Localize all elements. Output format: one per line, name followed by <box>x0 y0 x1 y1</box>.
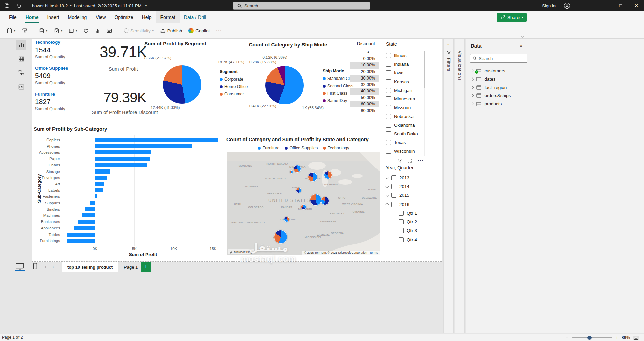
sign-in-link[interactable]: Sign in <box>542 0 556 11</box>
previous-page-icon[interactable]: ‹ <box>45 264 46 269</box>
shipmode-pie[interactable] <box>265 66 304 104</box>
transform-data-button[interactable]: ▾ <box>66 25 80 37</box>
state-option-oklahoma[interactable]: Oklahoma <box>384 121 426 129</box>
bar-machines[interactable] <box>82 213 95 217</box>
text-box-button[interactable] <box>104 25 115 37</box>
bar-accessories[interactable] <box>95 150 151 154</box>
checkbox[interactable] <box>386 105 391 110</box>
checkbox[interactable] <box>386 123 391 128</box>
bing-logo[interactable]: Microsoft Bing <box>228 249 254 254</box>
paste-button[interactable]: ▾ <box>4 25 18 37</box>
map-canvas[interactable]: UNITED STATES Microsoft Bing © 2025 TomT… <box>227 152 380 255</box>
ribbon-tab-file[interactable]: File <box>5 11 21 23</box>
state-option-illinois[interactable]: Illinois <box>384 51 426 60</box>
chevron-right-icon[interactable] <box>471 102 474 105</box>
bar-phones[interactable] <box>95 144 192 148</box>
discount-option-0-00[interactable]: 0.00% <box>350 56 379 62</box>
year-option-2016[interactable]: 2016 <box>384 200 438 209</box>
bar-supplies[interactable] <box>90 201 95 205</box>
more-options-icon[interactable]: ··· <box>418 158 424 163</box>
checkbox[interactable] <box>386 140 391 145</box>
segment-pie[interactable] <box>163 65 201 104</box>
checkbox[interactable] <box>391 184 396 189</box>
mobile-layout-button[interactable] <box>33 263 37 270</box>
format-painter-button[interactable] <box>19 25 30 37</box>
bar-copiers[interactable] <box>95 138 218 142</box>
ribbon-tab-optimize[interactable]: Optimize <box>110 11 137 23</box>
checkbox[interactable] <box>386 79 391 84</box>
checkbox[interactable] <box>391 202 396 207</box>
legend-item-technology[interactable]: Technology <box>323 146 349 150</box>
ribbon-tab-modeling[interactable]: Modeling <box>63 11 91 23</box>
year-option-2013[interactable]: 2013 <box>384 173 438 182</box>
discount-option-32-00[interactable]: 32.00% <box>350 82 379 88</box>
checkbox[interactable] <box>386 88 391 93</box>
chevron-right-icon[interactable] <box>471 69 474 72</box>
checkbox[interactable] <box>391 193 396 198</box>
close-button[interactable]: ✕ <box>629 0 644 11</box>
publish-button[interactable]: Publish <box>157 25 185 37</box>
report-view-button[interactable] <box>16 40 26 50</box>
discount-option-30-00[interactable]: 30.00% <box>350 75 379 82</box>
chevron-down-icon[interactable] <box>386 194 389 197</box>
sort-ascending-icon[interactable]: ▲ <box>367 50 370 53</box>
state-option-kansas[interactable]: Kansas <box>384 77 426 86</box>
state-option-south-dako[interactable]: South Dako... <box>384 129 426 138</box>
bar-bookcases[interactable] <box>78 220 95 224</box>
data-table-fact-region[interactable]: fact_region <box>466 83 533 92</box>
legend-item-consumer[interactable]: Consumer <box>220 92 248 96</box>
checkbox[interactable] <box>399 228 404 233</box>
undo-icon[interactable] <box>13 0 24 11</box>
filter-icon[interactable] <box>397 158 402 163</box>
collapse-pane-icon[interactable]: » <box>520 43 522 48</box>
state-slicer-visual[interactable]: State IllinoisIndianaIowaKansasMichiganM… <box>384 40 426 158</box>
data-search-input[interactable] <box>479 56 523 61</box>
copilot-button[interactable]: Copilot <box>186 25 212 37</box>
zoom-slider-thumb[interactable] <box>587 336 592 340</box>
bar-envelopes[interactable] <box>95 176 107 180</box>
map-pie-marker[interactable] <box>296 188 301 193</box>
year-option-qtr-4[interactable]: Qtr 4 <box>384 235 438 244</box>
save-icon[interactable] <box>2 0 12 11</box>
visualizations-pane-collapsed[interactable]: Visualizations <box>455 39 465 333</box>
discount-slicer-visual[interactable]: Discount ▲ 0.00%10.00%20.00%30.00%32.00%… <box>350 40 379 119</box>
year-option-qtr-1[interactable]: Qtr 1 <box>384 209 438 217</box>
year-option-2015[interactable]: 2015 <box>384 191 438 200</box>
checkbox[interactable] <box>386 149 391 154</box>
checkbox[interactable] <box>399 211 404 216</box>
bar-art[interactable] <box>95 182 104 186</box>
expand-pane-icon[interactable]: « <box>447 42 450 47</box>
data-table-products[interactable]: products <box>466 100 533 108</box>
chevron-down-icon[interactable] <box>386 185 389 188</box>
checkbox[interactable] <box>399 219 404 224</box>
state-option-iowa[interactable]: Iowa <box>384 69 426 78</box>
legend-item-standard-cl[interactable]: Standard Cl... <box>323 76 353 81</box>
account-avatar[interactable] <box>563 2 571 9</box>
chevron-right-icon[interactable] <box>471 94 474 97</box>
bar-storage[interactable] <box>95 169 110 174</box>
share-button[interactable]: Share ▾ <box>497 13 527 22</box>
table-view-button[interactable] <box>16 54 26 64</box>
state-option-wisconsin[interactable]: Wisconsin <box>384 147 426 156</box>
discount-option-60-00[interactable]: 60.00% <box>350 101 379 107</box>
bar-chairs[interactable] <box>95 163 147 167</box>
fit-to-page-icon[interactable] <box>633 336 639 340</box>
minimize-button[interactable]: – <box>598 0 613 11</box>
map-pie-marker[interactable] <box>294 165 301 173</box>
chevron-right-icon[interactable] <box>471 86 474 89</box>
checkbox[interactable] <box>386 96 391 101</box>
data-table-customers[interactable]: ✓customers <box>466 67 533 75</box>
checkbox[interactable] <box>399 237 404 242</box>
zoom-slider[interactable] <box>572 337 612 338</box>
maximize-button[interactable]: □ <box>613 0 629 11</box>
chevron-down-icon[interactable] <box>386 176 389 179</box>
discount-option-40-00[interactable]: 40.00% <box>350 88 379 94</box>
ribbon-tab-help[interactable]: Help <box>138 11 156 23</box>
bar-fasteners[interactable] <box>95 194 97 198</box>
chevron-right-icon[interactable] <box>471 78 474 81</box>
page-tab-page-1[interactable]: Page 1 <box>118 262 143 272</box>
map-pie-marker[interactable] <box>290 170 293 174</box>
new-page-button[interactable]: + <box>141 262 151 272</box>
refresh-button[interactable] <box>81 25 91 37</box>
checkbox[interactable] <box>386 114 391 119</box>
